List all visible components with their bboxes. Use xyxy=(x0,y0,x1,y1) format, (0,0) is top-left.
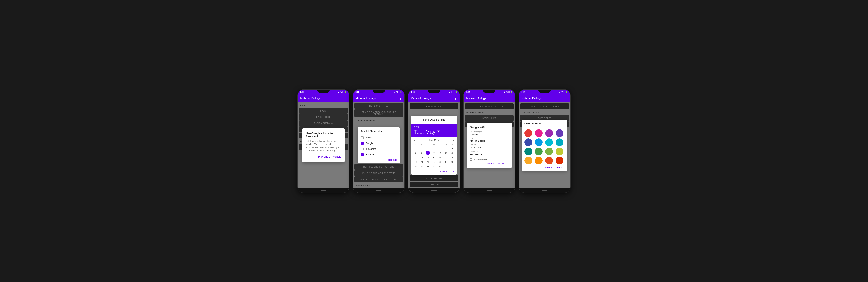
dp-ok-btn[interactable]: OK xyxy=(452,170,455,172)
color-blue[interactable] xyxy=(535,138,542,146)
cal-day-16[interactable]: 16 xyxy=(438,155,442,160)
color-lime[interactable] xyxy=(556,148,563,155)
color-indigo[interactable] xyxy=(525,138,532,146)
color-pink[interactable] xyxy=(535,129,542,137)
wifi-password-input[interactable] xyxy=(470,153,509,156)
cal-day-19[interactable]: 19 xyxy=(413,160,417,164)
cal-week-5: 26 27 28 29 30 31 xyxy=(412,164,456,169)
agree-button[interactable]: AGREE xyxy=(333,155,341,159)
calendar-grid: S M T W T F S xyxy=(411,143,457,169)
cal-day-5[interactable]: 5 xyxy=(413,151,417,155)
checkbox-twitter[interactable] xyxy=(361,136,364,139)
app-bar-1: Material Dialogs ⋮ xyxy=(298,95,349,102)
argb-cancel-btn[interactable]: CANCEL xyxy=(546,166,554,168)
cal-day-22[interactable]: 22 xyxy=(432,160,436,164)
cal-day-31[interactable]: 31 xyxy=(444,165,448,169)
wifi-show-password-row[interactable]: Show password xyxy=(470,158,509,161)
checkbox-googleplus[interactable] xyxy=(361,142,364,145)
app-bar-2: Material Dialogs ⋮ xyxy=(353,95,404,102)
app-title-3: Material Dialogs xyxy=(411,97,431,100)
checkbox-facebook[interactable] xyxy=(361,153,364,156)
color-teal[interactable] xyxy=(525,148,532,155)
cal-day-24[interactable]: 24 xyxy=(444,160,448,164)
wifi-signal-value: Excellent xyxy=(470,133,509,136)
cal-day-12[interactable]: 12 xyxy=(413,155,417,160)
wifi-security-field: Security 802.1x EAP xyxy=(470,144,509,149)
signal-icon-2: ▲ xyxy=(393,91,395,93)
bottom-bar-1 xyxy=(298,188,349,192)
date-picker-dots: ● ● xyxy=(411,121,457,124)
battery-icon-4: 🔋 xyxy=(510,91,513,93)
cal-day-11[interactable]: 11 xyxy=(451,151,455,155)
color-amber[interactable] xyxy=(535,157,542,165)
cal-day-27[interactable]: 27 xyxy=(420,165,424,169)
cal-day-6[interactable]: 6 xyxy=(420,151,424,155)
cal-day-23[interactable]: 23 xyxy=(438,160,442,164)
color-deep-purple[interactable] xyxy=(556,129,563,137)
cal-day-17[interactable]: 17 xyxy=(444,155,448,160)
cal-empty2 xyxy=(451,165,455,169)
argb-select-btn[interactable]: SELECT xyxy=(557,166,565,168)
checkbox-instagram[interactable] xyxy=(361,148,364,150)
cal-day-f: F xyxy=(443,143,449,146)
wifi-cancel-btn[interactable]: CANCEL xyxy=(487,163,496,165)
social-item-googleplus[interactable]: Google+ xyxy=(358,141,400,146)
cal-day-t1: T xyxy=(425,143,431,146)
dp-cancel-btn[interactable]: CANCEL xyxy=(440,170,449,172)
cal-day-8[interactable]: 8 xyxy=(432,151,436,155)
signal-icon-5: ▲ xyxy=(559,91,561,93)
color-light-green[interactable] xyxy=(545,148,553,155)
disagree-button[interactable]: DISAGREE xyxy=(318,155,330,159)
cal-header-row: S M T W T F S xyxy=(412,143,456,146)
cal-day-21[interactable]: 21 xyxy=(426,160,430,164)
color-deep-orange[interactable] xyxy=(545,157,553,165)
choose-button[interactable]: CHOOSE xyxy=(388,159,397,161)
dialog-overlay-2: Social Networks Twitter Google+ Instagra… xyxy=(353,102,404,188)
cal-day-29[interactable]: 29 xyxy=(432,165,436,169)
cal-day-1[interactable]: 1 xyxy=(432,146,436,150)
cal-day-2[interactable]: 2 xyxy=(438,146,442,150)
cal-next-btn[interactable]: › xyxy=(452,138,455,142)
cal-day-26[interactable]: 26 xyxy=(413,165,417,169)
cal-day-3[interactable]: 3 xyxy=(444,146,448,150)
cal-prev-btn[interactable]: ‹ xyxy=(413,138,416,142)
cal-day-7[interactable]: 7 xyxy=(426,151,430,155)
dialog-body-1: Let Google help apps determine location.… xyxy=(306,140,341,152)
cal-day-18[interactable]: 18 xyxy=(451,155,455,160)
color-yellow[interactable] xyxy=(525,157,532,165)
cal-day-30[interactable]: 30 xyxy=(438,165,442,169)
menu-icon-2[interactable]: ⋮ xyxy=(399,96,402,100)
social-item-facebook[interactable]: Facebook xyxy=(358,152,400,157)
social-item-instagram[interactable]: Instagram xyxy=(358,146,400,152)
bottom-bar-3 xyxy=(408,188,460,192)
social-item-twitter[interactable]: Twitter xyxy=(358,135,400,141)
dialog-overlay-1: Use Google's Location Services? Let Goog… xyxy=(298,102,349,188)
date-picker-top-title: Select Date and Time xyxy=(411,116,457,121)
menu-icon-3[interactable]: ⋮ xyxy=(454,96,457,100)
menu-icon-4[interactable]: ⋮ xyxy=(509,96,513,100)
cal-week-2: 5 6 7 8 9 10 11 xyxy=(412,150,456,155)
color-cyan[interactable] xyxy=(545,138,553,146)
app-bar-5: Material Dialogs ⋮ xyxy=(519,95,570,102)
menu-icon-5[interactable]: ⋮ xyxy=(565,96,568,100)
menu-icon-1[interactable]: ⋮ xyxy=(343,96,347,100)
cal-day-13[interactable]: 13 xyxy=(420,155,424,160)
cal-day-15[interactable]: 15 xyxy=(432,155,436,160)
social-label-twitter: Twitter xyxy=(366,136,372,139)
cal-day-9[interactable]: 9 xyxy=(438,151,442,155)
color-green[interactable] xyxy=(535,148,542,155)
wifi-ssid-field: SSID Material Dialogs xyxy=(470,137,509,142)
cal-day-20[interactable]: 20 xyxy=(420,160,424,164)
color-purple[interactable] xyxy=(545,129,553,137)
wifi-ssid-label: SSID xyxy=(470,137,509,139)
cal-day-28[interactable]: 28 xyxy=(426,165,430,169)
wifi-connect-btn[interactable]: CONNECT xyxy=(498,163,509,165)
color-orange-red[interactable] xyxy=(556,157,563,165)
cal-day-10[interactable]: 10 xyxy=(444,151,448,155)
cal-day-25[interactable]: 25 xyxy=(451,160,455,164)
color-red[interactable] xyxy=(525,129,532,137)
color-light-blue[interactable] xyxy=(556,138,563,146)
cal-day-4[interactable]: 4 xyxy=(451,146,455,150)
cal-day-14[interactable]: 14 xyxy=(426,155,430,160)
wifi-show-password-checkbox[interactable] xyxy=(470,158,472,161)
